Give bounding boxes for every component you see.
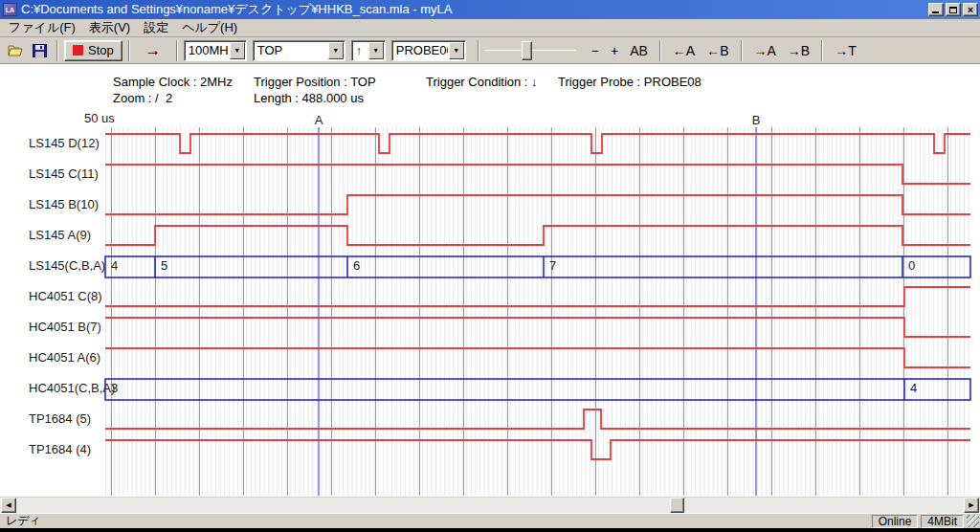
goto-marker-a-button[interactable]: →A bbox=[748, 40, 782, 61]
goto-marker-b-button[interactable]: →B bbox=[782, 40, 815, 61]
menu-bar: ファイル(F) 表示(V) 設定 ヘルプ(H) bbox=[0, 19, 980, 37]
chevron-down-icon[interactable]: ▼ bbox=[230, 42, 245, 59]
time-scale-label: 50 us bbox=[84, 111, 115, 125]
marker-b-label: B bbox=[752, 113, 761, 127]
app-window: LA C:¥Documents and Settings¥noname¥デスクト… bbox=[0, 0, 980, 528]
bus-value: 6 bbox=[353, 258, 360, 273]
status-message: レディ bbox=[6, 513, 872, 529]
bus-value: 7 bbox=[549, 258, 556, 273]
toolbar-separator bbox=[821, 40, 823, 61]
menu-view[interactable]: 表示(V) bbox=[82, 18, 137, 37]
trigger-edge-select[interactable]: ↑ ▼ bbox=[351, 40, 386, 61]
maximize-icon bbox=[949, 7, 957, 13]
sample-clock-select[interactable]: 100MHz ▼ bbox=[184, 40, 247, 61]
sample-clock-value: 100MHz bbox=[185, 43, 229, 57]
bus-value: 3 bbox=[111, 381, 118, 395]
toolbar-separator bbox=[128, 40, 130, 61]
scroll-left-button[interactable]: ◀ bbox=[1, 498, 16, 513]
marker-a-label: A bbox=[315, 113, 323, 127]
stop-button[interactable]: Stop bbox=[64, 40, 122, 61]
bus-value: 4 bbox=[111, 258, 118, 273]
save-file-button[interactable] bbox=[28, 40, 51, 61]
toolbar-separator bbox=[176, 40, 178, 61]
open-file-button[interactable] bbox=[5, 40, 28, 61]
set-marker-b-button[interactable]: ←B bbox=[701, 40, 734, 61]
trigger-position-info: Trigger Position : TOP bbox=[254, 75, 376, 89]
online-status-badge: Online bbox=[872, 515, 919, 528]
channel-label: LS145 C(11) bbox=[29, 166, 99, 181]
toolbar: Stop → 100MHz ▼ TOP ▼ ↑ ▼ PROBE00 ▼ − + … bbox=[0, 37, 980, 64]
app-icon: LA bbox=[3, 3, 17, 16]
trigger-probe-select[interactable]: PROBE00 ▼ bbox=[391, 40, 466, 61]
trigger-position-select[interactable]: TOP ▼ bbox=[253, 40, 345, 61]
channel-label: LS145(C,B,A) bbox=[29, 258, 105, 273]
bus-value: 4 bbox=[910, 381, 917, 395]
menu-settings[interactable]: 設定 bbox=[137, 18, 175, 37]
channel-label: HC4051 B(7) bbox=[29, 320, 101, 334]
trigger-probe-value: PROBE00 bbox=[392, 43, 448, 57]
close-button[interactable]: × bbox=[963, 3, 978, 16]
toolbar-separator bbox=[478, 40, 479, 61]
trigger-condition-info: Trigger Condition : ↓ bbox=[426, 75, 538, 89]
channel-label: LS145 D(12) bbox=[29, 136, 100, 150]
toolbar-separator bbox=[56, 40, 58, 61]
channel-label: LS145 A(9) bbox=[29, 228, 91, 242]
channel-label: LS145 B(10) bbox=[29, 197, 99, 211]
sample-clock-info: Sample Clock : 2MHz bbox=[113, 75, 233, 89]
zoom-slider[interactable] bbox=[485, 40, 576, 61]
channel-label: TP1684 (4) bbox=[29, 442, 91, 456]
minimize-button[interactable] bbox=[928, 3, 944, 16]
bus-value: 0 bbox=[908, 258, 915, 273]
zoom-slider-thumb[interactable] bbox=[522, 41, 532, 60]
ab-span-button[interactable]: AB bbox=[624, 40, 654, 61]
bus-value: 5 bbox=[161, 258, 167, 273]
close-icon: × bbox=[968, 5, 973, 14]
resize-grip[interactable] bbox=[967, 515, 979, 527]
channel-label: HC4051(C,B,A) bbox=[29, 381, 115, 395]
zoom-in-button[interactable]: + bbox=[605, 40, 624, 61]
toolbar-separator bbox=[741, 40, 743, 61]
channel-label: HC4051 C(8) bbox=[29, 289, 102, 303]
save-floppy-icon bbox=[33, 44, 47, 57]
open-folder-icon bbox=[8, 44, 25, 57]
zoom-info: Zoom : / 2 bbox=[113, 91, 172, 105]
minimize-icon bbox=[932, 11, 939, 13]
trigger-edge-value: ↑ bbox=[352, 43, 368, 57]
chevron-down-icon[interactable]: ▼ bbox=[328, 42, 344, 59]
chevron-down-icon[interactable]: ▼ bbox=[449, 42, 464, 59]
status-bar: レディ Online 4MBit bbox=[0, 513, 980, 528]
window-title: C:¥Documents and Settings¥noname¥デスクトップ¥… bbox=[21, 1, 926, 18]
horizontal-scrollbar[interactable]: ◀ ▶ bbox=[0, 497, 980, 513]
length-info: Length : 488.000 us bbox=[254, 91, 364, 105]
scroll-right-button[interactable]: ▶ bbox=[964, 498, 979, 513]
chevron-down-icon[interactable]: ▼ bbox=[368, 42, 384, 59]
run-button[interactable]: → bbox=[136, 40, 170, 61]
toolbar-separator bbox=[659, 40, 661, 61]
stop-icon bbox=[73, 45, 83, 55]
trigger-probe-info: Trigger Probe : PROBE08 bbox=[558, 75, 702, 89]
set-marker-a-button[interactable]: ←A bbox=[667, 40, 701, 61]
goto-trigger-button[interactable]: →T bbox=[829, 40, 862, 61]
stop-label: Stop bbox=[88, 43, 114, 57]
maximize-button[interactable] bbox=[946, 3, 961, 16]
title-bar: LA C:¥Documents and Settings¥noname¥デスクト… bbox=[0, 0, 980, 19]
trigger-position-value: TOP bbox=[254, 43, 327, 57]
waveform-panel: Sample Clock : 2MHz Trigger Position : T… bbox=[0, 64, 980, 497]
channel-label: HC4051 A(6) bbox=[29, 350, 100, 365]
scrollbar-thumb[interactable] bbox=[670, 498, 684, 513]
menu-help[interactable]: ヘルプ(H) bbox=[175, 18, 244, 37]
waveform-plot[interactable]: 50 usABLS145 D(12)LS145 C(11)LS145 B(10)… bbox=[0, 107, 980, 497]
menu-file[interactable]: ファイル(F) bbox=[2, 18, 82, 37]
memory-status-badge: 4MBit bbox=[921, 515, 964, 528]
channel-label: TP1684 (5) bbox=[29, 411, 91, 426]
zoom-out-button[interactable]: − bbox=[586, 40, 605, 61]
